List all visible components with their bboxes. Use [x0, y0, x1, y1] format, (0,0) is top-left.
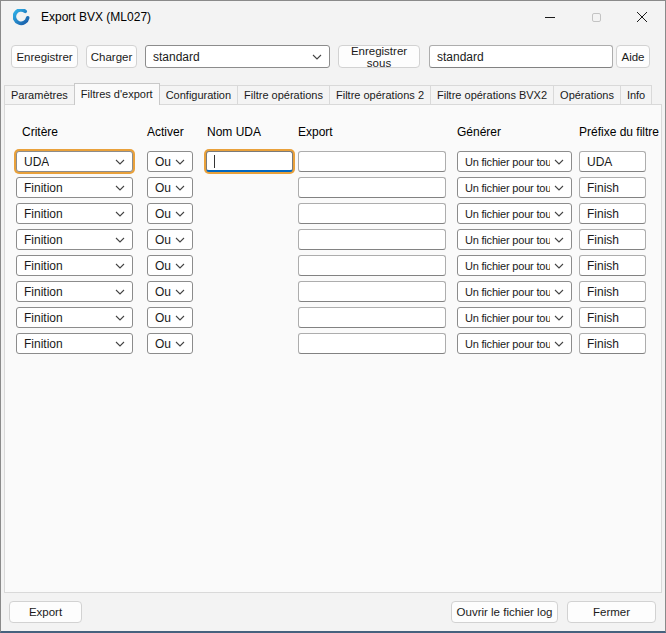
activer-dropdown[interactable]: Oui	[147, 333, 193, 354]
prefixe-input[interactable]: Finish	[579, 229, 646, 250]
maximize-button	[573, 1, 619, 33]
footer: Export Ouvrir le fichier log Fermer	[1, 593, 665, 631]
export-input[interactable]	[298, 307, 446, 328]
tab-op-rations[interactable]: Opérations	[553, 85, 621, 104]
filter-row: UDA Oui Un fichier pour toute UDA	[16, 151, 661, 172]
activer-dropdown-value: Oui	[155, 337, 171, 351]
export-input[interactable]	[298, 151, 446, 172]
open-log-button[interactable]: Ouvrir le fichier log	[451, 601, 558, 623]
chevron-down-icon	[175, 237, 185, 243]
chevron-down-icon	[175, 315, 185, 321]
maximize-icon	[592, 13, 601, 22]
export-input[interactable]	[298, 177, 446, 198]
close-icon	[637, 12, 647, 22]
prefixe-input[interactable]: Finish	[579, 255, 646, 276]
generer-dropdown[interactable]: Un fichier pour toute	[457, 151, 572, 172]
chevron-down-icon	[554, 185, 564, 191]
critere-dropdown[interactable]: Finition	[16, 255, 133, 276]
tab-panel: Critère Activer Nom UDA Export Générer P…	[4, 104, 662, 593]
prefixe-input[interactable]: Finish	[579, 281, 646, 302]
activer-dropdown[interactable]: Oui	[147, 229, 193, 250]
critere-dropdown[interactable]: UDA	[16, 151, 133, 172]
export-input[interactable]	[298, 333, 446, 354]
generer-dropdown-value: Un fichier pour toute	[465, 260, 550, 272]
generer-dropdown-value: Un fichier pour toute	[465, 312, 550, 324]
chevron-down-icon	[115, 263, 125, 269]
tab-configuration[interactable]: Configuration	[159, 85, 238, 104]
export-button[interactable]: Export	[9, 601, 82, 623]
generer-dropdown[interactable]: Un fichier pour toute	[457, 281, 572, 302]
generer-dropdown-value: Un fichier pour toute	[465, 156, 550, 168]
prefixe-input[interactable]: Finish	[579, 333, 646, 354]
tab-filtres-d-export[interactable]: Filtres d'export	[74, 83, 160, 105]
filter-rows: UDA Oui Un fichier pour toute UDA Finiti…	[16, 151, 661, 354]
tab-filtre-op-rations-bvx2[interactable]: Filtre opérations BVX2	[430, 85, 554, 104]
chevron-down-icon	[554, 263, 564, 269]
tab-filtre-op-rations[interactable]: Filtre opérations	[237, 85, 330, 104]
filter-row: Finition Oui Un fichier pour toute Finis…	[16, 255, 661, 276]
prefixe-input[interactable]: Finish	[579, 307, 646, 328]
activer-dropdown-value: Oui	[155, 155, 171, 169]
critere-dropdown-value: Finition	[24, 259, 63, 273]
column-header-prefixe-du-filtre: Préfixe du filtre	[579, 125, 646, 140]
chevron-down-icon	[115, 237, 125, 243]
generer-dropdown[interactable]: Un fichier pour toute	[457, 307, 572, 328]
chevron-down-icon	[554, 237, 564, 243]
prefixe-value: Finish	[587, 181, 619, 195]
generer-dropdown[interactable]: Un fichier pour toute	[457, 255, 572, 276]
column-header-activer: Activer	[147, 125, 193, 140]
filter-row: Finition Oui Un fichier pour toute Finis…	[16, 333, 661, 354]
export-input[interactable]	[298, 229, 446, 250]
critere-dropdown[interactable]: Finition	[16, 333, 133, 354]
generer-dropdown[interactable]: Un fichier pour toute	[457, 177, 572, 198]
export-input[interactable]	[298, 255, 446, 276]
preset-name-input[interactable]	[429, 45, 613, 68]
generer-dropdown[interactable]: Un fichier pour toute	[457, 229, 572, 250]
prefixe-value: UDA	[587, 155, 612, 169]
critere-dropdown-value: Finition	[24, 233, 63, 247]
app-logo-icon	[13, 9, 30, 26]
critere-dropdown[interactable]: Finition	[16, 281, 133, 302]
activer-dropdown[interactable]: Oui	[147, 281, 193, 302]
critere-dropdown[interactable]: Finition	[16, 177, 133, 198]
export-input[interactable]	[298, 203, 446, 224]
chevron-down-icon	[115, 341, 125, 347]
save-as-button[interactable]: Enregistrer sous	[338, 45, 420, 68]
save-button[interactable]: Enregistrer	[11, 45, 78, 68]
activer-dropdown[interactable]: Oui	[147, 203, 193, 224]
preset-combobox[interactable]: standard	[145, 45, 330, 68]
chevron-down-icon	[175, 289, 185, 295]
close-button[interactable]	[619, 1, 665, 33]
window: Export BVX (ML027) Enregistrer Charger s…	[0, 0, 666, 633]
nom-uda-input[interactable]	[206, 151, 293, 172]
tab-param-tres[interactable]: Paramètres	[4, 85, 75, 104]
column-header-critere: Critère	[16, 125, 133, 140]
close-dialog-button[interactable]: Fermer	[567, 601, 656, 623]
export-input[interactable]	[298, 281, 446, 302]
chevron-down-icon	[175, 263, 185, 269]
prefixe-input[interactable]: UDA	[579, 151, 646, 172]
help-button[interactable]: Aide	[616, 45, 650, 68]
critere-dropdown[interactable]: Finition	[16, 203, 133, 224]
critere-dropdown[interactable]: Finition	[16, 307, 133, 328]
activer-dropdown-value: Oui	[155, 285, 171, 299]
chevron-down-icon	[554, 211, 564, 217]
generer-dropdown-value: Un fichier pour toute	[465, 208, 550, 220]
generer-dropdown[interactable]: Un fichier pour toute	[457, 333, 572, 354]
tab-info[interactable]: Info	[620, 85, 652, 104]
column-header-nom-uda: Nom UDA	[206, 125, 293, 140]
tab-filtre-op-rations-2[interactable]: Filtre opérations 2	[329, 85, 431, 104]
prefixe-value: Finish	[587, 285, 619, 299]
prefixe-input[interactable]: Finish	[579, 177, 646, 198]
generer-dropdown[interactable]: Un fichier pour toute	[457, 203, 572, 224]
load-button[interactable]: Charger	[86, 45, 137, 68]
activer-dropdown[interactable]: Oui	[147, 307, 193, 328]
activer-dropdown[interactable]: Oui	[147, 177, 193, 198]
critere-dropdown[interactable]: Finition	[16, 229, 133, 250]
minimize-button[interactable]	[527, 1, 573, 33]
activer-dropdown[interactable]: Oui	[147, 255, 193, 276]
chevron-down-icon	[175, 211, 185, 217]
activer-dropdown[interactable]: Oui	[147, 151, 193, 172]
filter-row: Finition Oui Un fichier pour toute Finis…	[16, 177, 661, 198]
prefixe-input[interactable]: Finish	[579, 203, 646, 224]
